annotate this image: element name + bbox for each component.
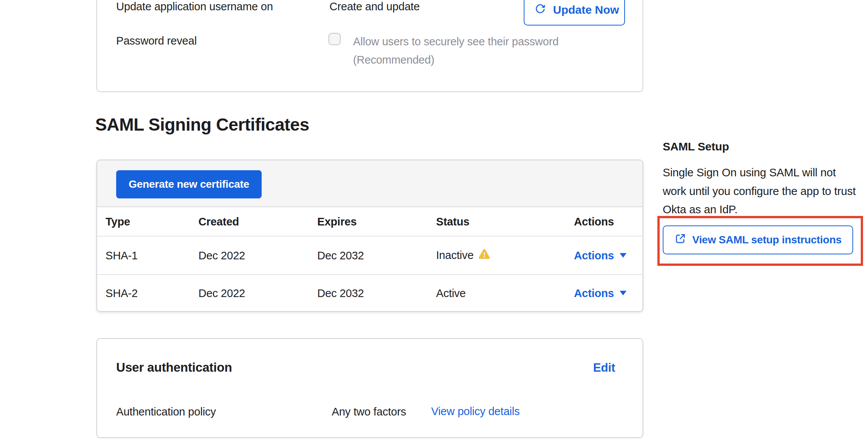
cell-expires: Dec 2032 bbox=[317, 287, 364, 299]
cell-type: SHA-1 bbox=[106, 249, 137, 262]
cell-created: Dec 2022 bbox=[198, 287, 245, 299]
chevron-down-icon bbox=[620, 291, 627, 296]
cell-type: SHA-2 bbox=[106, 287, 137, 299]
update-now-button[interactable]: Update Now bbox=[524, 0, 625, 26]
cell-expires: Dec 2032 bbox=[317, 249, 364, 262]
password-reveal-checkbox-label: Allow users to securely see their passwo… bbox=[353, 35, 559, 48]
authentication-policy-label: Authentication policy bbox=[116, 405, 216, 418]
certificates-toolbar: Generate new certificate bbox=[97, 160, 643, 207]
certificate-row-sha1: SHA-1 Dec 2022 Dec 2032 Inactive bbox=[97, 236, 643, 275]
warning-icon bbox=[478, 248, 490, 263]
saml-certificates-panel: Generate new certificate Type Created Ex… bbox=[96, 160, 643, 312]
update-now-label: Update Now bbox=[553, 3, 619, 16]
column-header-type: Type bbox=[106, 215, 130, 228]
generate-certificate-button[interactable]: Generate new certificate bbox=[116, 170, 262, 198]
certificate-row-sha2: SHA-2 Dec 2022 Dec 2032 Active Actions bbox=[97, 275, 643, 311]
chevron-down-icon bbox=[620, 253, 627, 258]
saml-setup-description: Single Sign On using SAML will not work … bbox=[663, 163, 861, 219]
view-saml-setup-instructions-button[interactable]: View SAML setup instructions bbox=[663, 225, 853, 254]
cell-status: Active bbox=[436, 287, 466, 299]
column-header-created: Created bbox=[198, 215, 239, 228]
certificates-table-header: Type Created Expires Status Actions bbox=[97, 207, 643, 236]
authentication-policy-value: Any two factors bbox=[332, 405, 406, 418]
row-actions-dropdown[interactable]: Actions bbox=[574, 249, 627, 262]
refresh-icon bbox=[534, 3, 546, 17]
cell-created: Dec 2022 bbox=[198, 249, 245, 262]
row-actions-dropdown[interactable]: Actions bbox=[574, 287, 627, 299]
column-header-actions: Actions bbox=[574, 215, 614, 228]
saml-setup-sidebar: SAML Setup Single Sign On using SAML wil… bbox=[663, 140, 861, 219]
user-authentication-card: User authentication Edit Authentication … bbox=[96, 338, 643, 438]
actions-label: Actions bbox=[574, 249, 614, 262]
column-header-expires: Expires bbox=[317, 215, 356, 228]
saml-certificates-heading: SAML Signing Certificates bbox=[95, 114, 309, 135]
user-authentication-heading: User authentication bbox=[116, 360, 232, 375]
external-link-icon bbox=[675, 233, 686, 247]
password-reveal-checkbox[interactable] bbox=[328, 33, 341, 45]
page: Update application username on Create an… bbox=[0, 0, 868, 441]
actions-label: Actions bbox=[574, 287, 614, 299]
password-reveal-label: Password reveal bbox=[116, 34, 197, 47]
view-policy-details-link[interactable]: View policy details bbox=[431, 405, 520, 418]
password-reveal-recommended-label: (Recommended) bbox=[353, 53, 434, 66]
cell-status: Inactive bbox=[436, 249, 473, 262]
saml-setup-heading: SAML Setup bbox=[663, 140, 861, 153]
view-saml-setup-instructions-label: View SAML setup instructions bbox=[692, 234, 842, 246]
username-update-value: Create and update bbox=[329, 0, 420, 13]
username-update-label: Update application username on bbox=[116, 0, 273, 13]
edit-link[interactable]: Edit bbox=[593, 361, 615, 375]
column-header-status: Status bbox=[436, 215, 469, 228]
